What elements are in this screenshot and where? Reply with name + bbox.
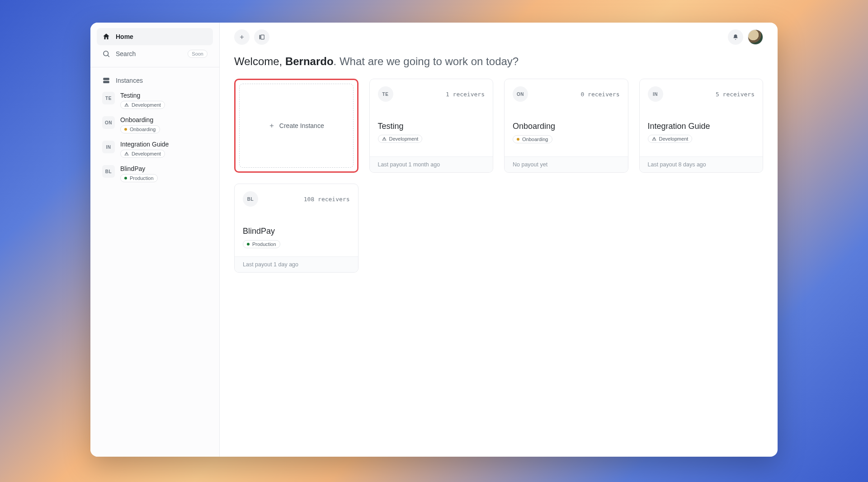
nav-search[interactable]: Search Soon xyxy=(97,45,213,62)
status-dot-icon xyxy=(124,177,127,180)
instance-card-testing[interactable]: TE 1 receivers Testing Development Last … xyxy=(369,79,494,173)
sidebar: Home Search Soon Instances TE xyxy=(90,23,220,457)
plus-icon xyxy=(239,34,245,40)
status-dot-icon xyxy=(517,138,519,141)
status-dot-icon xyxy=(247,243,250,246)
add-button[interactable] xyxy=(234,29,250,45)
collapse-button[interactable] xyxy=(254,29,269,45)
soon-badge: Soon xyxy=(188,50,208,58)
card-receivers: 108 receivers xyxy=(304,196,350,203)
instance-card-integration-guide[interactable]: IN 5 receivers Integration Guide Develop… xyxy=(639,79,764,173)
instance-avatar: ON xyxy=(102,116,115,129)
warning-icon xyxy=(382,137,387,141)
instance-avatar: TE xyxy=(102,92,115,104)
env-label: Development xyxy=(132,151,161,156)
env-label: Onboarding xyxy=(522,137,548,142)
create-instance-highlight: Create Instance xyxy=(234,79,359,173)
bell-icon xyxy=(732,34,739,40)
card-receivers: 5 receivers xyxy=(716,91,755,98)
welcome-name: Bernardo xyxy=(285,55,334,67)
nav-home-label: Home xyxy=(116,33,133,40)
welcome-suffix: . What are we going to work on today? xyxy=(334,55,519,67)
svg-rect-3 xyxy=(103,81,109,83)
instance-grid: Create Instance TE 1 receivers Testing xyxy=(234,79,763,273)
card-avatar: IN xyxy=(648,86,663,102)
warning-icon xyxy=(652,137,656,141)
card-title: BlindPay xyxy=(243,227,350,236)
sidebar-collapse-icon xyxy=(259,34,265,40)
instance-card-onboarding[interactable]: ON 0 receivers Onboarding Onboarding No … xyxy=(504,79,628,173)
create-instance-label: Create Instance xyxy=(279,122,324,129)
card-footer: Last payout 8 days ago xyxy=(640,156,763,172)
instances-header[interactable]: Instances xyxy=(97,72,213,89)
instance-name: Testing xyxy=(120,92,165,99)
card-footer: Last payout 1 day ago xyxy=(235,256,358,272)
sidebar-instance-blindpay[interactable]: BL BlindPay Production xyxy=(97,162,213,187)
instances-icon xyxy=(102,76,110,85)
card-avatar: TE xyxy=(378,86,393,102)
svg-line-1 xyxy=(108,55,109,57)
warning-icon xyxy=(124,103,129,107)
card-footer: No payout yet xyxy=(505,156,628,172)
notifications-button[interactable] xyxy=(728,29,743,45)
welcome-heading: Welcome, Bernardo. What are we going to … xyxy=(234,55,763,68)
env-label: Development xyxy=(132,102,161,108)
env-pill: Development xyxy=(378,135,423,143)
env-pill: Production xyxy=(243,240,280,248)
card-title: Testing xyxy=(378,122,485,131)
user-avatar[interactable] xyxy=(748,29,763,45)
instance-name: Integration Guide xyxy=(120,141,169,148)
card-receivers: 1 receivers xyxy=(446,91,485,98)
svg-point-0 xyxy=(104,51,108,56)
instance-avatar: IN xyxy=(102,141,115,153)
svg-rect-2 xyxy=(103,78,109,80)
env-label: Onboarding xyxy=(130,127,156,132)
env-pill: Onboarding xyxy=(120,125,160,133)
nav-search-label: Search xyxy=(116,50,136,57)
status-dot-icon xyxy=(124,128,127,131)
home-icon xyxy=(102,33,110,41)
card-receivers: 0 receivers xyxy=(580,91,619,98)
create-instance-card[interactable]: Create Instance xyxy=(239,84,354,168)
card-title: Integration Guide xyxy=(648,122,755,131)
env-pill: Development xyxy=(120,101,165,109)
svg-rect-7 xyxy=(261,35,264,39)
main-content: Welcome, Bernardo. What are we going to … xyxy=(220,23,778,457)
env-pill: Development xyxy=(648,135,693,143)
svg-rect-6 xyxy=(259,35,260,39)
sidebar-instance-onboarding[interactable]: ON Onboarding Onboarding xyxy=(97,113,213,138)
sidebar-instance-integration-guide[interactable]: IN Integration Guide Development xyxy=(97,138,213,162)
card-footer: Last payout 1 month ago xyxy=(370,156,493,172)
welcome-prefix: Welcome, xyxy=(234,55,285,67)
app-window: Home Search Soon Instances TE xyxy=(90,23,778,457)
nav-home[interactable]: Home xyxy=(97,28,213,45)
env-label: Production xyxy=(252,241,276,247)
instances-label: Instances xyxy=(116,77,143,84)
sidebar-instance-testing[interactable]: TE Testing Development xyxy=(97,89,213,113)
instance-name: BlindPay xyxy=(120,165,158,172)
instance-avatar: BL xyxy=(102,165,115,178)
card-title: Onboarding xyxy=(513,122,620,131)
sidebar-divider xyxy=(90,67,219,67)
search-icon xyxy=(102,50,110,58)
env-pill: Development xyxy=(120,150,165,158)
warning-icon xyxy=(124,151,129,156)
topbar xyxy=(234,29,763,45)
env-pill: Onboarding xyxy=(513,135,552,143)
card-avatar: ON xyxy=(513,86,528,102)
instance-name: Onboarding xyxy=(120,116,160,123)
env-label: Development xyxy=(659,136,689,142)
env-label: Production xyxy=(130,175,154,181)
env-pill: Production xyxy=(120,174,158,182)
plus-icon xyxy=(269,123,275,129)
instance-card-blindpay[interactable]: BL 108 receivers BlindPay Production Las… xyxy=(234,184,359,273)
card-avatar: BL xyxy=(243,191,258,207)
env-label: Development xyxy=(389,136,419,142)
